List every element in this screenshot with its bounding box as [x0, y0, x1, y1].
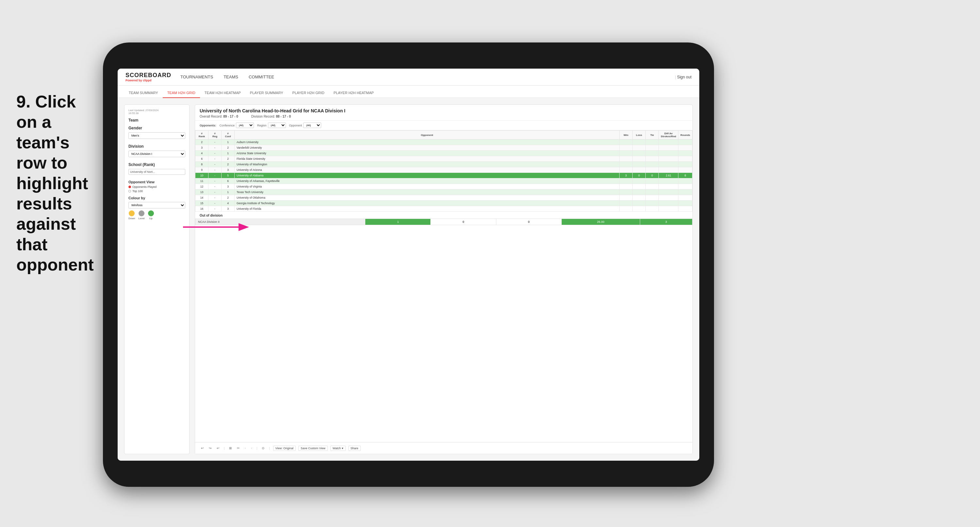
toolbar-dot1[interactable]: ·: [243, 446, 247, 451]
table-row[interactable]: 8 - 2 University of Washington: [196, 162, 692, 167]
toolbar-redo[interactable]: ↪: [207, 446, 213, 451]
td-reg: -: [208, 184, 221, 189]
td-rounds: [678, 151, 692, 156]
table-row[interactable]: 13 - 1 Texas Tech University: [196, 189, 692, 195]
toolbar-grid[interactable]: ⊞: [228, 446, 233, 451]
tab-team-summary[interactable]: TEAM SUMMARY: [124, 88, 163, 98]
out-of-div-label: Out of division: [195, 212, 692, 218]
td-conf: 1: [221, 140, 235, 145]
radio-opponents-played[interactable]: Opponents Played: [129, 185, 185, 188]
table-row[interactable]: 11 - 6 University of Arkansas, Fayettevi…: [196, 178, 692, 184]
td-rounds: [678, 206, 692, 212]
opponent-filter: Opponent (All): [289, 123, 321, 128]
th-reg: #Reg: [208, 131, 221, 140]
table-row[interactable]: 2 - 1 Auburn University: [196, 140, 692, 145]
nav-committee[interactable]: COMMITTEE: [249, 73, 274, 81]
toolbar-watch-btn[interactable]: Watch ▾: [330, 446, 346, 451]
td-tie: [646, 189, 659, 195]
table-row[interactable]: 14 - 2 University of Oklahoma: [196, 195, 692, 201]
tab-player-h2h-heatmap[interactable]: PLAYER H2H HEATMAP: [329, 88, 379, 98]
td-reg: -: [208, 178, 221, 184]
toolbar-share-btn[interactable]: Share: [348, 446, 361, 451]
table-row[interactable]: 16 - 3 University of Florida: [196, 206, 692, 212]
tab-player-summary[interactable]: PLAYER SUMMARY: [245, 88, 288, 98]
td-win: [620, 167, 633, 173]
view-label: View: Original: [275, 447, 293, 450]
toolbar-sep2: |: [256, 447, 257, 450]
td-rank: 15: [196, 201, 208, 206]
tab-team-h2h-heatmap[interactable]: TEAM H2H HEATMAP: [200, 88, 245, 98]
nav-tournaments[interactable]: TOURNAMENTS: [180, 73, 213, 81]
td-rank: 9: [196, 167, 208, 173]
out-div-win: 1: [365, 219, 431, 225]
legend-level-icon: [138, 210, 145, 216]
td-tie: [646, 162, 659, 167]
th-diff: Diff AvStrokes/Rnd: [659, 131, 678, 140]
conference-select[interactable]: (All): [236, 123, 254, 128]
td-diff: [659, 189, 678, 195]
radio-top100[interactable]: Top 100: [129, 189, 185, 193]
td-win: [620, 184, 633, 189]
logo-scoreboard: SCOREBOARD: [126, 72, 171, 79]
table-row[interactable]: 3 - 2 Vanderbilt University: [196, 145, 692, 151]
division-select[interactable]: NCAA Division I: [129, 151, 185, 157]
toolbar-sep1: |: [224, 447, 224, 450]
save-label: Save Custom View: [301, 447, 326, 450]
colour-by-label: Colour by: [129, 196, 185, 200]
tab-team-h2h-grid[interactable]: TEAM H2H GRID: [163, 88, 200, 98]
gender-select[interactable]: Men's: [129, 132, 185, 139]
school-input[interactable]: [129, 169, 185, 175]
td-diff: [659, 162, 678, 167]
td-tie: [646, 145, 659, 151]
sign-out-link[interactable]: Sign out: [675, 75, 692, 80]
th-opponent: Opponent: [235, 131, 620, 140]
td-win: [620, 195, 633, 201]
toolbar-undo[interactable]: ↩: [200, 446, 205, 451]
td-win: [620, 201, 633, 206]
tab-player-h2h-grid[interactable]: PLAYER H2H GRID: [288, 88, 329, 98]
td-opponent: University of Virginia: [235, 184, 620, 189]
conference-filter: Conference (All): [220, 123, 254, 128]
region-select[interactable]: (All): [268, 123, 286, 128]
td-conf: 2: [221, 145, 235, 151]
radio-dot-opponents-played: [129, 186, 131, 188]
table-row[interactable]: 4 - 1 Arizona State University: [196, 151, 692, 156]
opponent-select[interactable]: (All): [303, 123, 321, 128]
td-diff: [659, 156, 678, 162]
td-diff: [659, 184, 678, 189]
td-rounds: [678, 184, 692, 189]
out-of-div-row[interactable]: NCAA Division II 1 0 0 26.00 3: [196, 219, 692, 225]
table-row[interactable]: 12 - 3 University of Virginia: [196, 184, 692, 189]
toolbar-clock[interactable]: ⊙: [261, 446, 266, 451]
table-row[interactable]: 10 - 5 University of Alabama 3 0 0 2.61 …: [196, 173, 692, 178]
td-opponent: University of Alabama: [235, 173, 620, 178]
gender-label: Gender: [129, 126, 185, 131]
out-of-div-table: NCAA Division II 1 0 0 26.00 3: [195, 218, 692, 225]
toolbar-dot2[interactable]: ·: [250, 446, 253, 451]
region-filter: Region (All): [257, 123, 286, 128]
toolbar-cut[interactable]: ✂: [235, 446, 241, 451]
table-row[interactable]: 9 - 3 University of Arizona: [196, 167, 692, 173]
td-loss: [633, 140, 646, 145]
th-conf: #Conf: [221, 131, 235, 140]
school-label: School (Rank): [129, 162, 185, 167]
td-rounds: [678, 162, 692, 167]
td-diff: [659, 178, 678, 184]
td-rank: 8: [196, 162, 208, 167]
toolbar-view-btn[interactable]: View: Original: [273, 446, 296, 451]
colour-by-select[interactable]: Win/loss: [129, 202, 185, 209]
toolbar-back[interactable]: ↩: [215, 446, 221, 451]
td-tie: [646, 156, 659, 162]
nav-teams[interactable]: TEAMS: [224, 73, 238, 81]
table-row[interactable]: 6 - 2 Florida State University: [196, 156, 692, 162]
td-loss: [633, 206, 646, 212]
table-row[interactable]: 15 - 4 Georgia Institute of Technology: [196, 201, 692, 206]
td-diff: [659, 151, 678, 156]
td-rank: 10: [196, 173, 208, 178]
td-diff: [659, 167, 678, 173]
td-conf: 6: [221, 178, 235, 184]
td-reg: -: [208, 167, 221, 173]
toolbar-save-btn[interactable]: Save Custom View: [298, 446, 328, 451]
th-tie: Tie: [646, 131, 659, 140]
out-div-tie: 0: [496, 219, 562, 225]
